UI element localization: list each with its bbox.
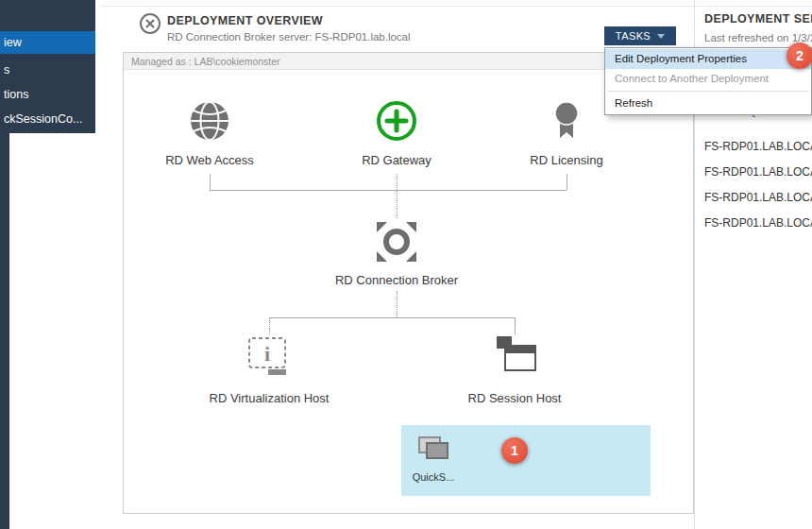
broker-arrows-ring-icon bbox=[371, 216, 422, 271]
chevron-down-icon bbox=[657, 34, 665, 39]
menu-item-edit-deployment-properties[interactable]: Edit Deployment Properties bbox=[605, 49, 811, 69]
last-refreshed-text: Last refreshed on 1/3/2 bbox=[704, 32, 812, 43]
globe-icon bbox=[187, 98, 232, 147]
tasks-button[interactable]: TASKS bbox=[604, 26, 676, 45]
connector-sessionhost-stub bbox=[515, 317, 516, 334]
connector-top-horizontal bbox=[210, 190, 567, 191]
rd-connection-broker-node[interactable] bbox=[371, 218, 422, 269]
server-manager-window: iew s tions ckSessionCo... DEPLOYMENT OV… bbox=[0, 0, 812, 529]
menu-item-connect-to-another-deployment: Connect to Another Deployment bbox=[605, 69, 811, 89]
server-row[interactable]: FS-RDP01.LAB.LOCAL bbox=[704, 140, 812, 153]
connector-webaccess-stub bbox=[210, 174, 211, 190]
add-gateway-plus-icon bbox=[374, 98, 419, 147]
connector-to-broker bbox=[397, 190, 398, 218]
sidebar-item-servers[interactable]: s bbox=[0, 59, 95, 81]
collection-monitors-icon bbox=[415, 435, 453, 465]
connector-gateway-stub bbox=[397, 174, 398, 190]
menu-separator bbox=[607, 91, 809, 92]
rd-licensing-node[interactable] bbox=[544, 100, 589, 145]
sidebar-item-quicksessioncollection[interactable]: ckSessionCo... bbox=[0, 108, 95, 130]
tasks-button-label: TASKS bbox=[616, 30, 651, 42]
rd-gateway-node[interactable] bbox=[374, 100, 419, 145]
connector-bottom-horizontal bbox=[269, 317, 515, 318]
rd-gateway-label: RD Gateway bbox=[321, 153, 472, 167]
rd-virtualization-host-node[interactable]: i bbox=[245, 336, 294, 382]
sidebar-item-collections[interactable]: tions bbox=[0, 83, 95, 106]
tasks-dropdown-menu: Edit Deployment Properties Connect to An… bbox=[604, 47, 812, 115]
deployment-servers-title: DEPLOYMENT SERVERS bbox=[704, 12, 812, 26]
connector-virthost-stub bbox=[269, 317, 270, 334]
server-row[interactable]: FS-RDP01.LAB.LOCAL bbox=[704, 216, 812, 230]
server-row[interactable]: FS-RDP01.LAB.LOCAL bbox=[704, 165, 812, 179]
panel-top-divider bbox=[100, 6, 812, 7]
rd-connection-broker-label: RD Connection Broker bbox=[302, 273, 491, 287]
rd-web-access-label: RD Web Access bbox=[134, 153, 285, 167]
connector-from-broker bbox=[397, 291, 398, 317]
collection-name-label: QuickS... bbox=[402, 471, 465, 483]
rd-web-access-node[interactable] bbox=[187, 100, 232, 145]
svg-text:i: i bbox=[264, 342, 270, 366]
connector-licensing-stub bbox=[567, 174, 567, 190]
rd-session-host-label: RD Session Host bbox=[420, 391, 609, 405]
menu-item-refresh[interactable]: Refresh bbox=[605, 94, 811, 113]
left-nav-rail bbox=[0, 133, 9, 529]
deployment-overview-icon bbox=[139, 12, 161, 35]
virtualization-host-icon: i bbox=[245, 334, 294, 384]
rd-virtualization-host-label: RD Virtualization Host bbox=[175, 391, 364, 405]
rd-session-host-node[interactable] bbox=[489, 336, 540, 382]
page-title: DEPLOYMENT OVERVIEW bbox=[167, 14, 323, 27]
annotation-badge-1: 1 bbox=[501, 437, 528, 464]
sidebar-item-overview[interactable]: iew bbox=[0, 31, 95, 54]
rd-licensing-label: RD Licensing bbox=[491, 153, 642, 167]
server-row[interactable]: FS-RDP01.LAB.LOCAL bbox=[704, 191, 812, 204]
annotation-badge-2: 2 bbox=[787, 43, 812, 69]
session-host-server-icon bbox=[489, 334, 540, 384]
license-ribbon-icon bbox=[544, 98, 589, 147]
broker-server-subtitle: RD Connection Broker server: FS-RDP01.la… bbox=[167, 31, 411, 43]
